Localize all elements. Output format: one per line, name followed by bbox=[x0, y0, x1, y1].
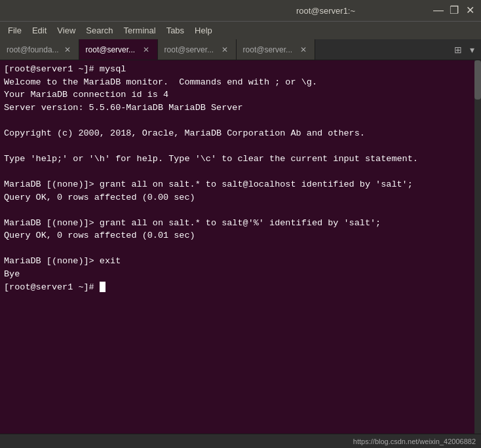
minimize-button[interactable]: — bbox=[433, 5, 444, 16]
status-url: https://blog.csdn.net/weixin_42006882 bbox=[353, 438, 476, 445]
tabbar-actions: ⊞ ▾ bbox=[448, 39, 481, 60]
menu-search[interactable]: Search bbox=[81, 24, 118, 37]
tab-1-close[interactable]: ✕ bbox=[63, 45, 72, 54]
statusbar: https://blog.csdn.net/weixin_42006882 bbox=[0, 434, 481, 448]
tabbar: root@founda... ✕ root@server... ✕ root@s… bbox=[0, 39, 481, 60]
menubar: File Edit View Search Terminal Tabs Help bbox=[0, 21, 481, 39]
titlebar: root@server1:~ — ❐ ✕ bbox=[0, 0, 481, 21]
window-controls: — ❐ ✕ bbox=[433, 5, 476, 16]
menu-edit[interactable]: Edit bbox=[27, 24, 52, 37]
terminal[interactable]: [root@server1 ~]# mysql Welcome to the M… bbox=[0, 60, 481, 296]
tab-4-label: root@server... bbox=[243, 45, 295, 54]
menu-file[interactable]: File bbox=[3, 24, 27, 37]
menu-terminal[interactable]: Terminal bbox=[119, 24, 161, 37]
maximize-button[interactable]: ❐ bbox=[448, 5, 460, 16]
close-button[interactable]: ✕ bbox=[464, 5, 476, 16]
scrollbar[interactable] bbox=[474, 60, 481, 434]
tab-1[interactable]: root@founda... ✕ bbox=[0, 39, 79, 60]
tab-menu-button[interactable]: ▾ bbox=[467, 43, 477, 56]
tab-1-label: root@founda... bbox=[7, 45, 59, 54]
tab-3-label: root@server... bbox=[164, 45, 216, 54]
window-title: root@server1:~ bbox=[219, 6, 433, 16]
scrollbar-thumb[interactable] bbox=[474, 60, 481, 100]
tab-4[interactable]: root@server... ✕ bbox=[237, 39, 315, 60]
tab-2-close[interactable]: ✕ bbox=[142, 45, 151, 54]
tab-3-close[interactable]: ✕ bbox=[220, 45, 229, 54]
menu-view[interactable]: View bbox=[52, 24, 81, 37]
new-tab-button[interactable]: ⊞ bbox=[452, 43, 465, 56]
tab-2[interactable]: root@server... ✕ bbox=[79, 39, 158, 60]
tab-4-close[interactable]: ✕ bbox=[299, 45, 308, 54]
menu-help[interactable]: Help bbox=[189, 24, 218, 37]
terminal-wrapper: [root@server1 ~]# mysql Welcome to the M… bbox=[0, 60, 481, 434]
tab-2-label: root@server... bbox=[86, 45, 138, 54]
menu-tabs[interactable]: Tabs bbox=[161, 24, 189, 37]
tab-3[interactable]: root@server... ✕ bbox=[158, 39, 237, 60]
